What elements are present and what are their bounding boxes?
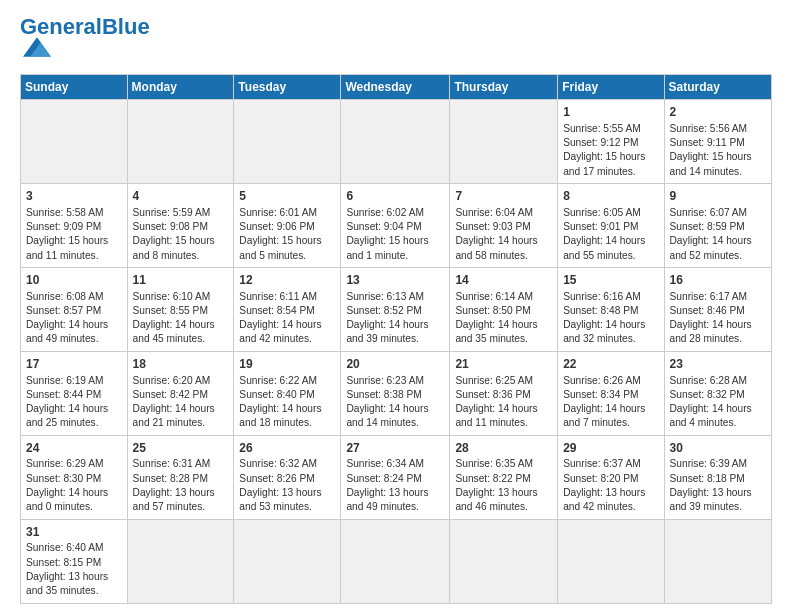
calendar-cell: 19Sunrise: 6:22 AMSunset: 8:40 PMDayligh… [234, 351, 341, 435]
day-info: Sunset: 9:03 PM [455, 220, 552, 234]
day-number: 25 [133, 440, 229, 457]
calendar-cell: 16Sunrise: 6:17 AMSunset: 8:46 PMDayligh… [664, 267, 771, 351]
day-info: Sunrise: 6:32 AM [239, 457, 335, 471]
day-info: Daylight: 14 hours and 39 minutes. [346, 318, 444, 347]
calendar-cell: 26Sunrise: 6:32 AMSunset: 8:26 PMDayligh… [234, 435, 341, 519]
calendar: Sunday Monday Tuesday Wednesday Thursday… [20, 74, 772, 604]
day-info: Sunset: 8:26 PM [239, 472, 335, 486]
calendar-cell: 22Sunrise: 6:26 AMSunset: 8:34 PMDayligh… [558, 351, 664, 435]
day-info: Sunset: 8:18 PM [670, 472, 766, 486]
col-thursday: Thursday [450, 75, 558, 100]
day-info: Sunrise: 6:37 AM [563, 457, 658, 471]
day-info: Sunrise: 6:39 AM [670, 457, 766, 471]
logo-icon [23, 36, 51, 58]
col-tuesday: Tuesday [234, 75, 341, 100]
calendar-cell [127, 100, 234, 184]
day-info: Sunset: 9:01 PM [563, 220, 658, 234]
calendar-cell: 29Sunrise: 6:37 AMSunset: 8:20 PMDayligh… [558, 435, 664, 519]
day-info: Sunset: 8:48 PM [563, 304, 658, 318]
day-number: 28 [455, 440, 552, 457]
calendar-cell [664, 519, 771, 603]
col-wednesday: Wednesday [341, 75, 450, 100]
calendar-cell: 11Sunrise: 6:10 AMSunset: 8:55 PMDayligh… [127, 267, 234, 351]
day-info: Daylight: 14 hours and 32 minutes. [563, 318, 658, 347]
calendar-cell: 28Sunrise: 6:35 AMSunset: 8:22 PMDayligh… [450, 435, 558, 519]
day-number: 4 [133, 188, 229, 205]
calendar-cell [234, 519, 341, 603]
day-info: Daylight: 13 hours and 35 minutes. [26, 570, 122, 599]
calendar-cell: 6Sunrise: 6:02 AMSunset: 9:04 PMDaylight… [341, 183, 450, 267]
day-info: Sunset: 9:04 PM [346, 220, 444, 234]
day-info: Sunset: 8:57 PM [26, 304, 122, 318]
day-number: 17 [26, 356, 122, 373]
day-info: Daylight: 14 hours and 21 minutes. [133, 402, 229, 431]
calendar-cell: 31Sunrise: 6:40 AMSunset: 8:15 PMDayligh… [21, 519, 128, 603]
day-number: 3 [26, 188, 122, 205]
day-number: 23 [670, 356, 766, 373]
day-number: 8 [563, 188, 658, 205]
calendar-cell: 12Sunrise: 6:11 AMSunset: 8:54 PMDayligh… [234, 267, 341, 351]
day-number: 5 [239, 188, 335, 205]
day-info: Daylight: 13 hours and 46 minutes. [455, 486, 552, 515]
day-info: Daylight: 14 hours and 42 minutes. [239, 318, 335, 347]
day-info: Sunrise: 6:25 AM [455, 374, 552, 388]
day-number: 7 [455, 188, 552, 205]
day-info: Sunset: 8:30 PM [26, 472, 122, 486]
day-number: 11 [133, 272, 229, 289]
day-info: Sunrise: 6:31 AM [133, 457, 229, 471]
day-info: Sunset: 8:36 PM [455, 388, 552, 402]
day-info: Sunset: 8:44 PM [26, 388, 122, 402]
calendar-cell: 13Sunrise: 6:13 AMSunset: 8:52 PMDayligh… [341, 267, 450, 351]
day-info: Sunrise: 6:22 AM [239, 374, 335, 388]
day-info: Sunset: 8:20 PM [563, 472, 658, 486]
day-info: Sunrise: 6:10 AM [133, 290, 229, 304]
day-number: 14 [455, 272, 552, 289]
day-info: Sunrise: 6:20 AM [133, 374, 229, 388]
day-info: Sunset: 9:08 PM [133, 220, 229, 234]
day-info: Sunset: 9:09 PM [26, 220, 122, 234]
day-info: Daylight: 14 hours and 28 minutes. [670, 318, 766, 347]
day-info: Sunset: 8:46 PM [670, 304, 766, 318]
day-info: Daylight: 14 hours and 4 minutes. [670, 402, 766, 431]
day-info: Sunrise: 6:05 AM [563, 206, 658, 220]
calendar-cell: 27Sunrise: 6:34 AMSunset: 8:24 PMDayligh… [341, 435, 450, 519]
day-info: Daylight: 15 hours and 17 minutes. [563, 150, 658, 179]
calendar-cell: 24Sunrise: 6:29 AMSunset: 8:30 PMDayligh… [21, 435, 128, 519]
header: GeneralBlue [20, 16, 772, 64]
day-number: 20 [346, 356, 444, 373]
calendar-cell: 25Sunrise: 6:31 AMSunset: 8:28 PMDayligh… [127, 435, 234, 519]
day-info: Sunrise: 6:14 AM [455, 290, 552, 304]
day-info: Daylight: 15 hours and 5 minutes. [239, 234, 335, 263]
day-info: Daylight: 14 hours and 7 minutes. [563, 402, 658, 431]
day-info: Sunrise: 6:34 AM [346, 457, 444, 471]
day-info: Daylight: 14 hours and 49 minutes. [26, 318, 122, 347]
day-info: Daylight: 13 hours and 42 minutes. [563, 486, 658, 515]
col-sunday: Sunday [21, 75, 128, 100]
day-info: Sunset: 8:59 PM [670, 220, 766, 234]
day-info: Sunrise: 6:19 AM [26, 374, 122, 388]
day-info: Sunrise: 6:02 AM [346, 206, 444, 220]
day-info: Sunrise: 5:55 AM [563, 122, 658, 136]
day-number: 19 [239, 356, 335, 373]
calendar-cell: 23Sunrise: 6:28 AMSunset: 8:32 PMDayligh… [664, 351, 771, 435]
day-info: Sunrise: 6:28 AM [670, 374, 766, 388]
day-info: Sunrise: 6:40 AM [26, 541, 122, 555]
day-info: Sunset: 8:22 PM [455, 472, 552, 486]
day-number: 6 [346, 188, 444, 205]
day-info: Sunset: 8:50 PM [455, 304, 552, 318]
day-info: Sunrise: 6:11 AM [239, 290, 335, 304]
day-info: Sunset: 8:24 PM [346, 472, 444, 486]
day-info: Sunrise: 6:16 AM [563, 290, 658, 304]
calendar-cell: 9Sunrise: 6:07 AMSunset: 8:59 PMDaylight… [664, 183, 771, 267]
day-number: 9 [670, 188, 766, 205]
day-number: 30 [670, 440, 766, 457]
calendar-cell: 7Sunrise: 6:04 AMSunset: 9:03 PMDaylight… [450, 183, 558, 267]
calendar-cell: 21Sunrise: 6:25 AMSunset: 8:36 PMDayligh… [450, 351, 558, 435]
day-info: Sunset: 8:34 PM [563, 388, 658, 402]
day-number: 18 [133, 356, 229, 373]
day-number: 27 [346, 440, 444, 457]
day-info: Sunrise: 5:59 AM [133, 206, 229, 220]
calendar-cell: 5Sunrise: 6:01 AMSunset: 9:06 PMDaylight… [234, 183, 341, 267]
logo-text: GeneralBlue [20, 16, 150, 38]
day-info: Sunset: 8:38 PM [346, 388, 444, 402]
